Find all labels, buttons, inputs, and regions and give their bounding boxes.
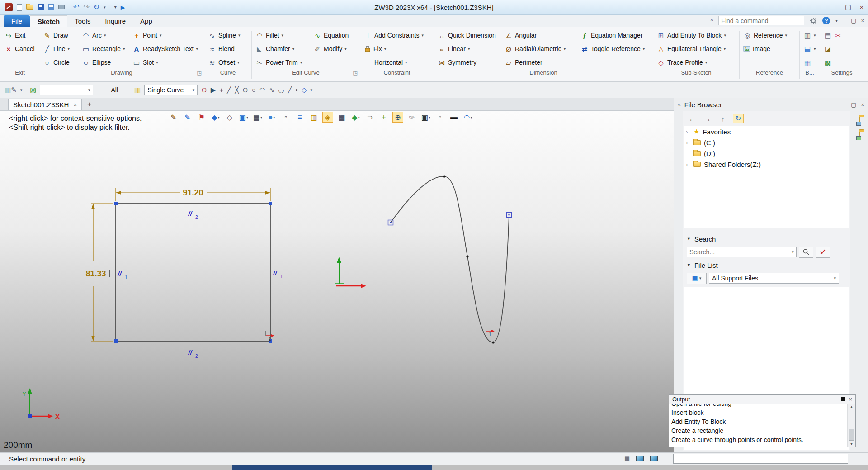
- search-input[interactable]: [687, 248, 789, 256]
- width-dimension[interactable]: 91.20: [183, 188, 203, 197]
- b-group-button-2[interactable]: ▤▾: [801, 42, 819, 56]
- profile-dropdown-icon[interactable]: ◇: [302, 86, 307, 94]
- fillet-button[interactable]: ◠Fillet▾: [253, 28, 311, 42]
- layers-icon[interactable]: ▨: [30, 86, 36, 94]
- reuse-library-icon[interactable]: [859, 132, 860, 139]
- draw-button[interactable]: ✎Draw: [40, 28, 79, 42]
- search-combo[interactable]: ▾: [687, 247, 797, 257]
- corner-handle[interactable]: [114, 339, 118, 343]
- dropdown-arrow-icon[interactable]: ▾: [156, 60, 158, 65]
- open-file-icon[interactable]: [26, 5, 33, 10]
- diagonal-line-icon[interactable]: ╱: [227, 86, 231, 94]
- magnet-icon[interactable]: ⊙: [201, 86, 207, 94]
- dropdown-arrow-icon[interactable]: ▾: [422, 33, 424, 38]
- dialog-launcher-icon[interactable]: ◳: [197, 70, 202, 76]
- find-command-box[interactable]: [718, 16, 804, 25]
- spline-point[interactable]: [443, 175, 445, 177]
- file-list-section-header[interactable]: ▼File List: [683, 260, 850, 271]
- dialog-launcher-icon[interactable]: ◳: [353, 70, 358, 76]
- fix-button[interactable]: Fix▾: [361, 42, 426, 56]
- expand-icon[interactable]: ›: [686, 161, 690, 168]
- search-button[interactable]: [799, 247, 813, 258]
- b-group-button-3[interactable]: ▦: [801, 56, 819, 69]
- dropdown-arrow-icon[interactable]: ▾: [344, 47, 347, 51]
- expand-icon[interactable]: ›: [686, 128, 690, 135]
- output-close-icon[interactable]: ×: [849, 396, 852, 403]
- app-logo-icon[interactable]: [5, 3, 13, 11]
- table-edit-icon[interactable]: ▦✎: [5, 86, 17, 94]
- dropdown-arrow-icon[interactable]: ▾: [785, 33, 788, 38]
- collapse-ribbon-icon[interactable]: ^: [711, 18, 713, 24]
- parallel-constraint[interactable]: //: [117, 270, 122, 278]
- angular-button[interactable]: ∠Angular: [502, 28, 578, 42]
- arc-icon[interactable]: ◠: [259, 86, 265, 94]
- help-icon[interactable]: ?: [822, 17, 830, 24]
- view-mode-button[interactable]: ▦▾: [687, 273, 707, 284]
- equilateral-triangle-button[interactable]: △Equilateral Triangle▾: [654, 42, 729, 56]
- settings-button-2[interactable]: ◪: [821, 42, 845, 56]
- command-input[interactable]: [673, 454, 848, 464]
- corner-handle[interactable]: [269, 202, 272, 205]
- dot-icon[interactable]: •: [296, 86, 298, 94]
- dropdown-arrow-icon[interactable]: ▾: [292, 47, 295, 51]
- point-button[interactable]: +Point▾: [130, 28, 203, 42]
- dropdown-arrow-icon[interactable]: ▾: [814, 47, 816, 51]
- dropdown-arrow-icon[interactable]: ▾: [814, 33, 816, 38]
- dropdown-arrow-icon[interactable]: ▾: [468, 47, 470, 51]
- undo-icon[interactable]: ↶: [73, 4, 79, 11]
- power-trim-button[interactable]: ✂Power Trim▾: [253, 56, 311, 69]
- arc-button[interactable]: ◠Arc▾: [79, 28, 130, 42]
- dropdown-arrow-icon[interactable]: ▾: [384, 47, 387, 51]
- spline-point[interactable]: [466, 255, 468, 257]
- tree-item-shared-folders[interactable]: ›Shared Folders(Z:): [684, 159, 849, 170]
- sketch-geometry[interactable]: 91.20 81.33 // 2 // 1 // 1 // 2 1: [0, 111, 674, 452]
- close-button[interactable]: ×: [859, 3, 863, 11]
- circle-button[interactable]: ○Circle: [40, 56, 79, 69]
- exit-button[interactable]: ↪Exit: [2, 28, 38, 42]
- spline-button[interactable]: ∿Spline▾: [205, 28, 243, 42]
- settings-button-3[interactable]: ▩: [821, 56, 845, 69]
- search-section-header[interactable]: ▼Search: [683, 233, 850, 244]
- clear-search-button[interactable]: [816, 247, 830, 258]
- find-command-input[interactable]: [721, 17, 803, 24]
- wave-icon[interactable]: ∿: [269, 86, 275, 94]
- doc-close-button[interactable]: ×: [861, 17, 864, 24]
- dropdown-arrow-icon[interactable]: ▾: [20, 88, 23, 92]
- dropdown-arrow-icon[interactable]: ▾: [724, 33, 726, 38]
- toggle-reference-button[interactable]: ⇄Toggle Reference▾: [578, 42, 650, 56]
- trace-profile-button[interactable]: ◇Trace Profile▾: [654, 56, 729, 69]
- cancel-button[interactable]: ×Cancel: [2, 42, 38, 56]
- image-button[interactable]: Image: [741, 42, 790, 56]
- horizontal-button[interactable]: ─Horizontal▾: [361, 56, 426, 69]
- document-tab[interactable]: Sketch001.Z3SKH ×: [8, 99, 82, 110]
- minimize-button[interactable]: –: [833, 3, 837, 11]
- customize-dropdown-icon[interactable]: ▾: [114, 5, 117, 9]
- cross-line-icon[interactable]: ╳: [235, 86, 239, 94]
- equation-button[interactable]: ∿Equation: [311, 28, 356, 42]
- new-tab-button[interactable]: +: [87, 99, 91, 110]
- tab-tools[interactable]: Tools: [67, 15, 98, 27]
- back-button[interactable]: ←: [687, 114, 698, 123]
- radial-diametric-button[interactable]: ØRadial/Diametric▾: [502, 42, 578, 56]
- tab-sketch[interactable]: Sketch: [30, 15, 67, 27]
- arc-small-icon[interactable]: ◡: [278, 86, 284, 94]
- dropdown-arrow-icon[interactable]: ▾: [300, 60, 302, 65]
- sketch-canvas[interactable]: <right-click> for context-sensitive opti…: [0, 111, 674, 452]
- file-filter-combo[interactable]: All Support Files▾: [709, 273, 839, 284]
- add-constraints-button[interactable]: ⊥Add Constraints▾: [361, 28, 426, 42]
- output-dock-icon[interactable]: [841, 397, 845, 401]
- linear-button[interactable]: ⇔Linear▾: [435, 42, 502, 56]
- reference-button[interactable]: ◎Reference▾: [741, 28, 790, 42]
- scroll-up-icon[interactable]: ▲: [850, 405, 854, 409]
- readysketch-text-button[interactable]: AReadySketch Text▾: [130, 42, 203, 56]
- dropdown-arrow-icon[interactable]: ▾: [282, 33, 284, 38]
- center-circle-icon[interactable]: ⊙: [242, 86, 248, 94]
- dropdown-arrow-icon[interactable]: ▾: [67, 47, 70, 51]
- tab-close-icon[interactable]: ×: [73, 101, 77, 108]
- parallel-constraint[interactable]: //: [188, 349, 193, 356]
- regen-icon[interactable]: ↻: [94, 4, 99, 11]
- doc-minimize-button[interactable]: –: [843, 17, 846, 24]
- tab-app[interactable]: App: [133, 15, 160, 27]
- corner-handle[interactable]: [114, 202, 118, 205]
- dropdown-arrow-icon[interactable]: ▾: [405, 60, 407, 65]
